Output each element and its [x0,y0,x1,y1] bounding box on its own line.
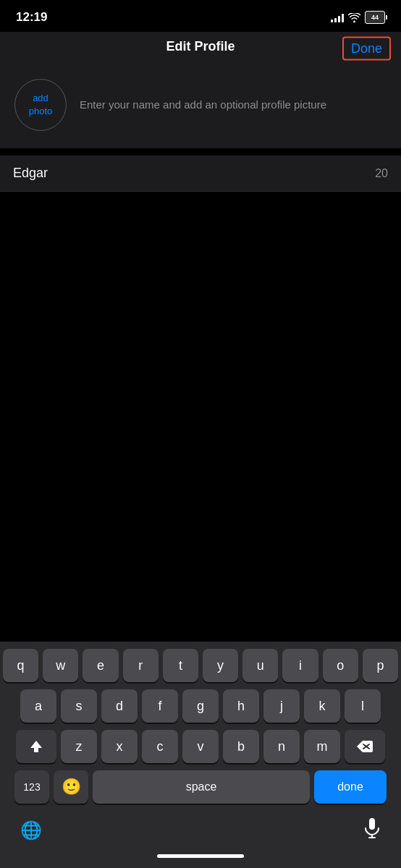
shift-key[interactable] [16,730,56,763]
space-key[interactable]: space [93,770,310,804]
key-u[interactable]: u [242,649,278,682]
delete-key[interactable] [345,730,385,763]
key-w[interactable]: w [43,649,78,682]
key-t[interactable]: t [163,649,198,682]
add-photo-button[interactable]: add photo [14,79,67,131]
nav-bar: Edit Profile Done [0,32,401,64]
key-f[interactable]: f [142,689,178,723]
microphone-icon[interactable] [363,818,381,843]
key-m[interactable]: m [304,730,340,763]
key-i[interactable]: i [282,649,318,682]
svg-rect-2 [369,818,375,830]
home-indicator [3,848,398,868]
key-c[interactable]: c [142,730,178,763]
key-d[interactable]: d [101,689,138,723]
key-x[interactable]: x [101,730,138,763]
signal-icon [331,12,344,22]
keyboard-row-2: a s d f g h j k l [3,689,398,723]
key-v[interactable]: v [182,730,219,763]
profile-section: add photo Enter your name and add an opt… [0,64,401,148]
globe-icon[interactable]: 🌐 [20,820,42,841]
key-r[interactable]: r [123,649,159,682]
key-o[interactable]: o [323,649,358,682]
key-y[interactable]: y [203,649,238,682]
profile-hint: Enter your name and add an optional prof… [80,97,326,113]
emoji-key[interactable]: 🙂 [54,770,88,804]
key-z[interactable]: z [61,730,97,763]
key-n[interactable]: n [263,730,300,763]
key-h[interactable]: h [223,689,259,723]
name-input-section: 20 [0,156,401,192]
key-e[interactable]: e [83,649,118,682]
keyboard-row-3: z x c v b n m [3,730,398,763]
add-photo-label: add photo [29,92,53,118]
keyboard-row-1: q w e r t y u i o p [3,649,398,682]
key-k[interactable]: k [304,689,340,723]
home-bar [157,854,244,858]
keyboard-utility-row: 🌐 [3,811,398,848]
status-icons: 44 [331,11,385,24]
name-input[interactable] [13,166,368,181]
page-title: Edit Profile [166,39,235,54]
key-a[interactable]: a [20,689,56,723]
empty-area [0,192,401,423]
status-bar: 12:19 44 [0,0,401,32]
key-q[interactable]: q [3,649,38,682]
done-button[interactable]: Done [342,36,391,60]
numbers-key[interactable]: 123 [14,770,49,804]
status-time: 12:19 [16,10,47,25]
keyboard: q w e r t y u i o p a s d f g h j k l z … [0,642,401,868]
keyboard-bottom-row: 123 🙂 space done [3,770,398,804]
keyboard-done-key[interactable]: done [314,770,387,804]
key-s[interactable]: s [61,689,97,723]
key-g[interactable]: g [182,689,219,723]
battery-icon: 44 [365,11,385,24]
wifi-icon [348,13,360,22]
key-p[interactable]: p [363,649,398,682]
key-b[interactable]: b [223,730,259,763]
key-j[interactable]: j [263,689,300,723]
char-count: 20 [375,167,388,180]
key-l[interactable]: l [345,689,381,723]
